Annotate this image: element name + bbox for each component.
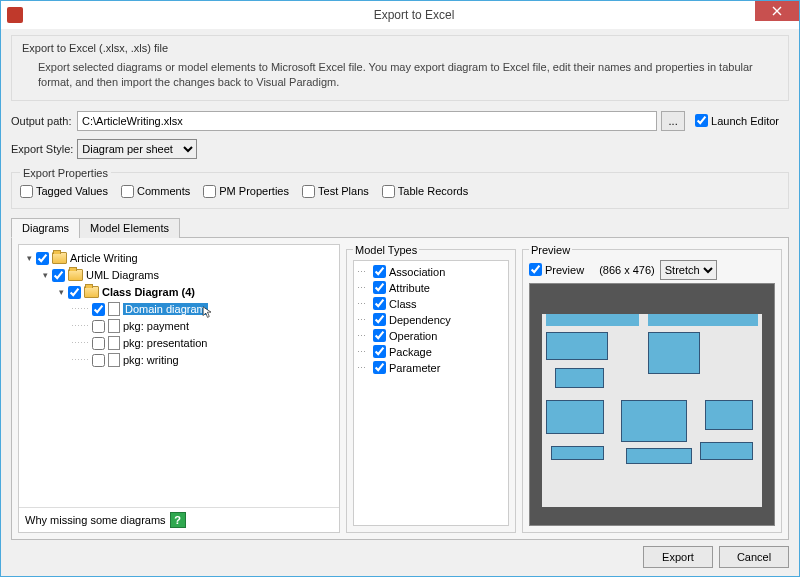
mt-check-5[interactable] — [373, 345, 386, 358]
diagram-icon — [108, 319, 120, 333]
diagram-icon — [108, 336, 120, 350]
help-icon[interactable]: ? — [170, 512, 186, 528]
output-path-input[interactable] — [77, 111, 657, 131]
export-button[interactable]: Export — [643, 546, 713, 568]
titlebar: Export to Excel — [1, 1, 799, 29]
mt-check-1[interactable] — [373, 281, 386, 294]
tree-footer: Why missing some diagrams ? — [19, 507, 339, 532]
preview-mode-select[interactable]: Stretch — [660, 260, 717, 280]
expander-icon[interactable]: ▾ — [39, 269, 51, 281]
tree-check-root[interactable] — [36, 252, 49, 265]
export-style-label: Export Style: — [11, 143, 73, 155]
model-types-group: Model Types ⋯Association ⋯Attribute ⋯Cla… — [346, 244, 516, 533]
expander-icon[interactable]: ▾ — [55, 286, 67, 298]
missing-diagrams-label: Why missing some diagrams — [25, 514, 166, 526]
cancel-button[interactable]: Cancel — [719, 546, 789, 568]
diagram-tree[interactable]: ▾Article Writing ▾UML Diagrams ▾Class Di… — [19, 248, 339, 507]
diagram-tree-panel: ▾Article Writing ▾UML Diagrams ▾Class Di… — [18, 244, 340, 533]
tree-item-selected[interactable]: Domain diagram — [123, 303, 208, 315]
intro-panel: Export to Excel (.xlsx, .xls) file Expor… — [11, 35, 789, 101]
preview-group: Preview Preview (866 x 476) Stretch — [522, 244, 782, 533]
folder-icon — [52, 252, 67, 264]
tree-check-class[interactable] — [68, 286, 81, 299]
intro-header: Export to Excel (.xlsx, .xls) file — [22, 42, 778, 54]
pm-properties-checkbox[interactable] — [203, 185, 216, 198]
folder-icon — [68, 269, 83, 281]
export-to-excel-dialog: Export to Excel Export to Excel (.xlsx, … — [0, 0, 800, 577]
launch-editor-label: Launch Editor — [711, 115, 779, 127]
model-types-legend: Model Types — [353, 244, 419, 256]
launch-editor-checkbox[interactable] — [695, 114, 708, 127]
tagged-values-checkbox[interactable] — [20, 185, 33, 198]
export-style-select[interactable]: Diagram per sheet — [77, 139, 197, 159]
tree-check-item-2[interactable] — [92, 337, 105, 350]
tree-check-item-3[interactable] — [92, 354, 105, 367]
output-path-label: Output path: — [11, 115, 73, 127]
tab-diagrams[interactable]: Diagrams — [11, 218, 80, 238]
preview-canvas — [529, 283, 775, 526]
export-properties-group: Export Properties Tagged Values Comments… — [11, 167, 789, 209]
folder-icon — [84, 286, 99, 298]
browse-button[interactable]: ... — [661, 111, 685, 131]
mt-check-3[interactable] — [373, 313, 386, 326]
test-plans-checkbox[interactable] — [302, 185, 315, 198]
preview-dimensions: (866 x 476) — [599, 264, 655, 276]
intro-description: Export selected diagrams or model elemen… — [38, 60, 778, 90]
tab-content: ▾Article Writing ▾UML Diagrams ▾Class Di… — [11, 238, 789, 540]
preview-legend: Preview — [529, 244, 572, 256]
tree-check-item-0[interactable] — [92, 303, 105, 316]
dialog-footer: Export Cancel — [11, 540, 789, 568]
model-types-list[interactable]: ⋯Association ⋯Attribute ⋯Class ⋯Dependen… — [353, 260, 509, 526]
app-icon — [7, 7, 23, 23]
table-records-checkbox[interactable] — [382, 185, 395, 198]
mt-check-6[interactable] — [373, 361, 386, 374]
close-icon — [772, 6, 782, 16]
window-title: Export to Excel — [29, 8, 799, 22]
expander-icon[interactable]: ▾ — [23, 252, 35, 264]
diagram-icon — [108, 353, 120, 367]
tab-bar: Diagrams Model Elements — [11, 217, 789, 238]
close-button[interactable] — [755, 1, 799, 21]
tab-model-elements[interactable]: Model Elements — [79, 218, 180, 238]
export-properties-legend: Export Properties — [20, 167, 111, 179]
mt-check-0[interactable] — [373, 265, 386, 278]
tree-check-item-1[interactable] — [92, 320, 105, 333]
mt-check-2[interactable] — [373, 297, 386, 310]
preview-checkbox[interactable] — [529, 263, 542, 276]
diagram-icon — [108, 302, 120, 316]
mt-check-4[interactable] — [373, 329, 386, 342]
tree-check-uml[interactable] — [52, 269, 65, 282]
comments-checkbox[interactable] — [121, 185, 134, 198]
